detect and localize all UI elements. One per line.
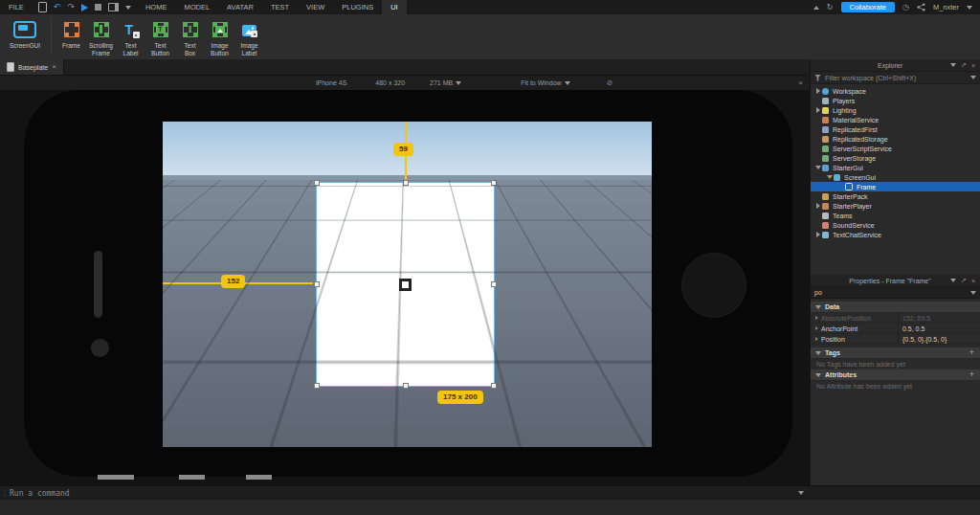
collaborate-button[interactable]: Collaborate — [841, 2, 895, 13]
new-document-icon[interactable] — [38, 2, 47, 12]
file-menu[interactable]: FILE — [0, 0, 33, 14]
undo-icon[interactable]: ↶ — [54, 3, 61, 11]
viewport-canvas[interactable]: 59 152 175 x 200 — [0, 90, 810, 485]
selected-gui-frame[interactable] — [316, 182, 495, 387]
panel-close-icon[interactable]: × — [971, 62, 975, 69]
menu-ui[interactable]: UI — [382, 0, 407, 14]
resize-handle[interactable] — [314, 180, 320, 186]
explorer-item-starterpack[interactable]: StarterPack — [811, 191, 980, 201]
menu-test[interactable]: TEST — [262, 0, 298, 14]
expander-icon[interactable] — [815, 326, 818, 330]
chevron-down-icon[interactable] — [815, 166, 821, 169]
explorer-item-teams[interactable]: Teams — [811, 211, 980, 220]
filter-dropdown-icon[interactable] — [970, 291, 976, 295]
resize-handle[interactable] — [314, 383, 320, 389]
phone-screen[interactable]: 59 152 175 x 200 — [163, 122, 652, 447]
explorer-item-starterplayer[interactable]: StarterPlayer — [811, 201, 980, 211]
user-dropdown-icon[interactable] — [967, 6, 972, 10]
property-row-anchorpoint[interactable]: AnchorPoint 0.5, 0.5 — [811, 324, 980, 334]
chevron-right-icon[interactable] — [816, 232, 820, 237]
menu-avatar[interactable]: AVATAR — [218, 0, 262, 14]
device-toolbar-close-icon[interactable]: × — [798, 78, 803, 87]
explorer-item-screengui[interactable]: ScreenGui — [811, 172, 980, 182]
section-data[interactable]: Data — [811, 302, 980, 313]
tab-baseplate[interactable]: Baseplate × — [0, 59, 64, 75]
panel-popout-icon[interactable]: ↗ — [961, 61, 967, 69]
collapse-ribbon-icon[interactable] — [813, 6, 819, 10]
explorer-item-startergui[interactable]: StarterGui — [811, 163, 980, 172]
explorer-item-serverscriptservice[interactable]: ServerScriptService — [811, 144, 980, 153]
fit-mode-dropdown[interactable]: Fit to Window — [521, 79, 569, 86]
property-value[interactable]: 0.5, 0.5 — [899, 325, 924, 332]
username-label[interactable]: M_nxter — [933, 3, 959, 11]
resize-handle[interactable] — [491, 180, 497, 186]
chevron-right-icon[interactable] — [816, 107, 820, 113]
history-clock-icon[interactable]: ◷ — [902, 3, 909, 11]
command-bar-dropdown-icon[interactable] — [798, 491, 804, 495]
resize-handle[interactable] — [403, 383, 409, 389]
roblox-studio-window: FILE ↶ ↷ HOME MODEL AVATAR TEST VIEW PLU… — [0, 0, 980, 515]
tool-scrolling-frame[interactable]: Scrolling Frame — [86, 18, 116, 57]
expander-icon[interactable] — [815, 316, 818, 320]
resize-handle[interactable] — [314, 281, 320, 287]
properties-header: Properties - Frame "Frame" ↗ × — [811, 275, 980, 287]
add-attribute-icon[interactable]: + — [969, 370, 974, 379]
tool-image-label[interactable]: Image Label — [234, 18, 264, 57]
resize-handle[interactable] — [491, 281, 497, 287]
panel-layout-icon[interactable] — [108, 3, 119, 11]
quick-access-dropdown-icon[interactable] — [125, 6, 131, 10]
panel-collapse-icon[interactable] — [950, 279, 956, 282]
phone-bezel: 59 152 175 x 200 — [24, 90, 792, 477]
explorer-item-materialservice[interactable]: MaterialService — [811, 115, 980, 124]
anchor-point-handle[interactable] — [399, 279, 412, 291]
text-button-icon — [153, 22, 168, 37]
section-tags[interactable]: Tags + — [811, 347, 980, 359]
chevron-right-icon[interactable] — [816, 203, 820, 209]
play-icon[interactable] — [81, 4, 88, 11]
tab-close-icon[interactable]: × — [52, 63, 56, 71]
explorer-item-textchatservice[interactable]: TextChatService — [811, 230, 980, 239]
tool-text-label[interactable]: Text Label — [116, 18, 145, 57]
menu-home[interactable]: HOME — [137, 0, 176, 14]
explorer-filter[interactable]: Filter workspace (Ctrl+Shift+X) — [811, 72, 980, 84]
tool-screengui[interactable]: ScreenGUI — [4, 18, 46, 50]
resize-handle[interactable] — [403, 180, 409, 186]
properties-filter-input[interactable]: po — [811, 287, 980, 299]
chevron-down-icon[interactable] — [827, 175, 833, 179]
menu-model[interactable]: MODEL — [175, 0, 218, 14]
tool-image-button[interactable]: Image Button — [205, 18, 234, 57]
tool-text-box[interactable]: Text Box — [175, 18, 205, 57]
panel-popout-icon[interactable]: ↗ — [961, 277, 967, 284]
menu-view[interactable]: VIEW — [298, 0, 333, 14]
device-memory-dropdown[interactable]: 271 MB — [430, 79, 461, 86]
refresh-icon[interactable]: ↻ — [827, 3, 834, 11]
redo-icon[interactable]: ↷ — [67, 3, 75, 11]
property-row-position[interactable]: Position {0.5, 0},{0.5, 0} — [811, 334, 980, 345]
panel-collapse-icon[interactable] — [950, 63, 956, 67]
tool-frame[interactable]: Frame — [56, 18, 86, 50]
resize-handle[interactable] — [491, 383, 497, 389]
chevron-right-icon[interactable] — [816, 88, 820, 94]
tool-text-button[interactable]: Text Button — [145, 18, 175, 57]
device-selector[interactable]: iPhone 4S — [316, 79, 346, 86]
explorer-item-frame[interactable]: Frame — [811, 182, 980, 191]
section-attributes[interactable]: Attributes + — [811, 369, 980, 381]
share-icon[interactable] — [917, 3, 925, 11]
expander-icon[interactable] — [815, 337, 818, 341]
filter-dropdown-icon[interactable] — [970, 76, 976, 79]
panel-close-icon[interactable]: × — [971, 278, 975, 284]
explorer-item-replicatedstorage[interactable]: ReplicatedStorage — [811, 134, 980, 144]
property-value[interactable]: {0.5, 0},{0.5, 0} — [899, 336, 947, 343]
command-bar[interactable]: ⋮ Run a command — [0, 485, 980, 500]
explorer-item-replicatedfirst[interactable]: ReplicatedFirst — [811, 124, 980, 134]
add-tag-icon[interactable]: + — [969, 348, 974, 357]
orientation-lock-icon[interactable]: ⊘ — [607, 78, 613, 87]
stop-icon[interactable] — [95, 4, 101, 11]
explorer-item-lighting[interactable]: Lighting — [811, 105, 980, 115]
explorer-item-soundservice[interactable]: SoundService — [811, 220, 980, 230]
measure-badge-top: 59 — [393, 143, 413, 156]
menu-plugins[interactable]: PLUGINS — [333, 0, 382, 14]
explorer-item-workspace[interactable]: Workspace — [811, 86, 980, 96]
explorer-item-players[interactable]: Players — [811, 96, 980, 105]
explorer-item-serverstorage[interactable]: ServerStorage — [811, 153, 980, 163]
